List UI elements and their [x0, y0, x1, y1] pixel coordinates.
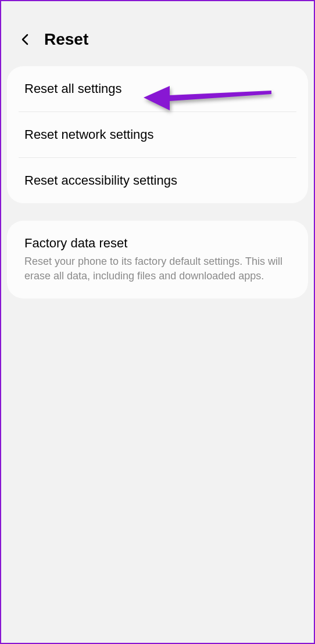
back-icon[interactable]	[19, 33, 33, 46]
factory-data-reset-item[interactable]: Factory data reset Reset your phone to i…	[7, 221, 308, 298]
reset-network-settings-item[interactable]: Reset network settings	[7, 112, 308, 157]
header: Reset	[1, 1, 314, 66]
list-item-label: Reset all settings	[24, 81, 291, 96]
reset-options-card: Reset all settings Reset network setting…	[7, 66, 308, 203]
list-item-label: Reset network settings	[24, 127, 291, 142]
list-item-label: Factory data reset	[24, 236, 291, 251]
page-title: Reset	[44, 30, 88, 49]
factory-reset-card: Factory data reset Reset your phone to i…	[7, 221, 308, 298]
reset-all-settings-item[interactable]: Reset all settings	[7, 66, 308, 111]
reset-accessibility-settings-item[interactable]: Reset accessibility settings	[7, 158, 308, 203]
list-item-label: Reset accessibility settings	[24, 173, 291, 188]
list-item-description: Reset your phone to its factory default …	[24, 254, 291, 283]
